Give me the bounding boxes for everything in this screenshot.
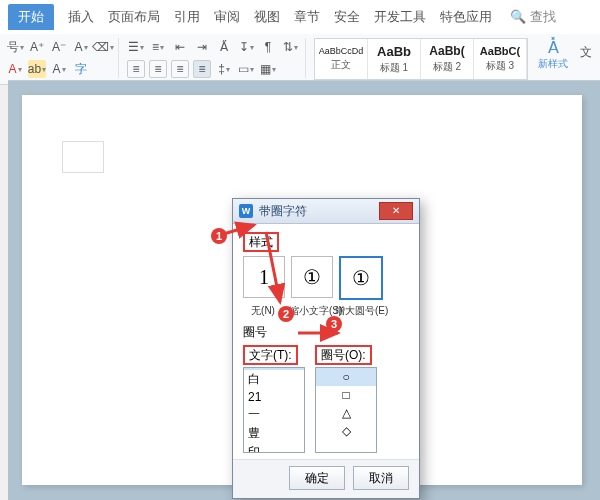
tab-dev[interactable]: 开发工具 <box>374 8 426 26</box>
app-logo-icon: W <box>239 204 253 218</box>
char-shade-icon[interactable]: A <box>50 60 68 78</box>
align-justify-icon[interactable]: ≡ <box>193 60 211 78</box>
grow-font-icon[interactable]: A⁺ <box>28 38 46 56</box>
styles-gallery[interactable]: AaBbCcDd正文 AaBb标题 1 AaBb(标题 2 AaBbC(标题 3 <box>314 38 528 80</box>
close-button[interactable]: ✕ <box>379 202 413 220</box>
style-h2[interactable]: AaBb(标题 2 <box>421 39 474 79</box>
align-right-icon[interactable]: ≡ <box>171 60 189 78</box>
text-listbox[interactable]: 白 21 一 豊 印 <box>243 367 305 453</box>
tab-special[interactable]: 特色应用 <box>440 8 492 26</box>
tab-review[interactable]: 审阅 <box>214 8 240 26</box>
style-normal[interactable]: AaBbCcDd正文 <box>315 39 368 79</box>
tab-insert[interactable]: 插入 <box>68 8 94 26</box>
badge-2: 2 <box>278 306 294 322</box>
enclosed-char-icon[interactable]: 字 <box>72 60 90 78</box>
ok-button[interactable]: 确定 <box>289 466 345 490</box>
style-section-label: 样式 <box>243 232 279 252</box>
shrink-font-icon[interactable]: A⁻ <box>50 38 68 56</box>
font-color-icon[interactable]: A <box>6 60 24 78</box>
caption-shrink: 缩小文字(S) <box>289 304 329 318</box>
ribbon-more[interactable]: 文 <box>578 38 594 67</box>
badge-3: 3 <box>326 316 342 332</box>
line-spacing-icon[interactable]: ‡ <box>215 60 233 78</box>
ruby-icon[interactable]: A̋ <box>215 38 233 56</box>
textdir-icon[interactable]: ⇅ <box>281 38 299 56</box>
style-h3[interactable]: AaBbC(标题 3 <box>474 39 527 79</box>
tab-view[interactable]: 视图 <box>254 8 280 26</box>
ribbon: 号 A⁺ A⁻ A ⌫ A ab A 字 ☰ ≡ ⇤ ⇥ A̋ ↧ ¶ ⇅ ≡ … <box>0 34 600 85</box>
enclosed-char-dialog: W 带圈字符 ✕ 样式 1 ① ① 无(N) 缩小文字(S) 增大圆号(E) 圈… <box>232 198 420 499</box>
text-label: 文字(T): <box>243 345 298 365</box>
tab-security[interactable]: 安全 <box>334 8 360 26</box>
style-h1[interactable]: AaBb标题 1 <box>368 39 421 79</box>
style-options: 1 ① ① <box>243 256 409 300</box>
change-case-icon[interactable]: A <box>72 38 90 56</box>
font-group: 号 A⁺ A⁻ A ⌫ A ab A 字 <box>6 38 119 78</box>
highlight-icon[interactable]: ab <box>28 60 46 78</box>
borders-icon[interactable]: ▦ <box>259 60 277 78</box>
cancel-button[interactable]: 取消 <box>353 466 409 490</box>
caption-enlarge: 增大圆号(E) <box>335 304 375 318</box>
fontsize-dd[interactable]: 号 <box>6 38 24 56</box>
search-label[interactable]: 🔍 查找 <box>510 8 556 26</box>
indent-inc-icon[interactable]: ⇥ <box>193 38 211 56</box>
show-marks-icon[interactable]: ¶ <box>259 38 277 56</box>
tab-references[interactable]: 引用 <box>174 8 200 26</box>
align-center-icon[interactable]: ≡ <box>149 60 167 78</box>
clear-format-icon[interactable]: ⌫ <box>94 38 112 56</box>
new-style-button[interactable]: A̽ 新样式 <box>536 38 570 71</box>
placeholder-box <box>62 141 104 173</box>
close-icon: ✕ <box>392 206 400 216</box>
paragraph-group: ☰ ≡ ⇤ ⇥ A̋ ↧ ¶ ⇅ ≡ ≡ ≡ ≡ ‡ ▭ ▦ <box>127 38 306 78</box>
indent-dec-icon[interactable]: ⇤ <box>171 38 189 56</box>
menu-bar: 开始 插入 页面布局 引用 审阅 视图 章节 安全 开发工具 特色应用 🔍 查找 <box>0 0 600 34</box>
style-enlarge[interactable]: ① <box>339 256 383 300</box>
shape-label: 圈号(O): <box>315 345 372 365</box>
style-none[interactable]: 1 <box>243 256 285 298</box>
sort-icon[interactable]: ↧ <box>237 38 255 56</box>
caption-none: 无(N) <box>243 304 283 318</box>
dialog-titlebar[interactable]: W 带圈字符 ✕ <box>233 199 419 224</box>
numbering-icon[interactable]: ≡ <box>149 38 167 56</box>
dialog-title: 带圈字符 <box>259 203 379 220</box>
bullets-icon[interactable]: ☰ <box>127 38 145 56</box>
tab-chapter[interactable]: 章节 <box>294 8 320 26</box>
style-captions: 无(N) 缩小文字(S) 增大圆号(E) <box>243 304 409 318</box>
style-shrink[interactable]: ① <box>291 256 333 298</box>
shading-icon[interactable]: ▭ <box>237 60 255 78</box>
tab-layout[interactable]: 页面布局 <box>108 8 160 26</box>
tab-home[interactable]: 开始 <box>8 4 54 30</box>
shape-listbox[interactable]: ○ □ △ ◇ <box>315 367 377 453</box>
badge-1: 1 <box>211 228 227 244</box>
align-left-icon[interactable]: ≡ <box>127 60 145 78</box>
